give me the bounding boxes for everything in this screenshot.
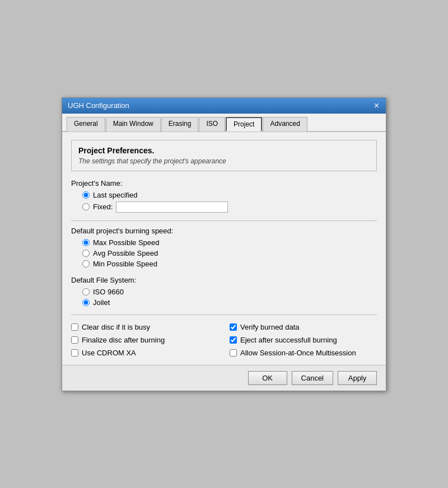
radio-joilet-input[interactable] bbox=[82, 299, 90, 306]
main-window: UGH Configuration × General Main Window … bbox=[62, 97, 386, 391]
radio-fixed-input[interactable] bbox=[82, 203, 90, 210]
checkboxes-area: Clear disc if it is busy Verify burned d… bbox=[71, 323, 377, 357]
checkbox-cdrom-xa-label: Use CDROM XA bbox=[82, 349, 136, 357]
radio-iso9660-input[interactable] bbox=[82, 288, 90, 295]
window-title: UGH Configuration bbox=[68, 101, 129, 110]
tabs-container: General Main Window Erasing ISO Project … bbox=[62, 114, 386, 132]
section-header: Project Preferences. The settings that s… bbox=[71, 140, 377, 171]
checkbox-eject-input[interactable] bbox=[230, 336, 237, 344]
title-bar: UGH Configuration × bbox=[62, 98, 386, 114]
section-title: Project Preferences. bbox=[78, 146, 370, 155]
project-name-label: Project's Name: bbox=[71, 179, 377, 187]
checkbox-session-once: Allow Session-at-Once Multisession bbox=[230, 349, 377, 357]
tab-advanced[interactable]: Advanced bbox=[263, 117, 307, 132]
file-system-group: Default File System: ISO 9660 Joilet bbox=[71, 276, 377, 307]
radio-iso9660-label: ISO 9660 bbox=[93, 288, 124, 296]
divider-1 bbox=[71, 220, 377, 221]
radio-min-speed: Min Possible Speed bbox=[71, 260, 377, 268]
radio-last-specified: Last specified bbox=[71, 191, 377, 199]
radio-max-speed-label: Max Possible Speed bbox=[93, 238, 160, 247]
checkbox-finalize: Finalize disc after burning bbox=[71, 336, 218, 344]
checkbox-session-once-input[interactable] bbox=[230, 349, 237, 356]
checkbox-cdrom-xa: Use CDROM XA bbox=[71, 349, 218, 357]
apply-button[interactable]: Apply bbox=[338, 371, 377, 385]
radio-joilet-label: Joilet bbox=[93, 298, 110, 307]
footer: OK Cancel Apply bbox=[62, 365, 386, 391]
radio-fixed-group: Fixed: bbox=[71, 201, 377, 213]
tab-general[interactable]: General bbox=[67, 117, 105, 132]
content-area: Project Preferences. The settings that s… bbox=[62, 132, 386, 365]
radio-fixed-label: Fixed: bbox=[93, 203, 113, 211]
checkbox-clear-disc-label: Clear disc if it is busy bbox=[82, 323, 150, 331]
checkbox-verify: Verify burned data bbox=[230, 323, 377, 331]
checkbox-verify-label: Verify burned data bbox=[240, 323, 300, 331]
tab-project[interactable]: Project bbox=[226, 117, 262, 132]
radio-min-speed-input[interactable] bbox=[82, 260, 90, 268]
ok-button[interactable]: OK bbox=[248, 371, 287, 385]
checkbox-finalize-label: Finalize disc after burning bbox=[82, 336, 165, 344]
tab-erasing[interactable]: Erasing bbox=[161, 117, 199, 132]
radio-last-specified-label: Last specified bbox=[93, 191, 138, 199]
project-name-group: Project's Name: Last specified Fixed: bbox=[71, 179, 377, 213]
radio-avg-speed-label: Avg Possible Speed bbox=[93, 249, 158, 257]
radio-avg-speed-input[interactable] bbox=[82, 250, 90, 257]
checkbox-finalize-input[interactable] bbox=[71, 336, 78, 344]
radio-max-speed-input[interactable] bbox=[82, 239, 90, 246]
checkbox-clear-disc-input[interactable] bbox=[71, 323, 78, 331]
tab-main-window[interactable]: Main Window bbox=[106, 117, 161, 132]
close-button[interactable]: × bbox=[373, 101, 380, 110]
checkbox-verify-input[interactable] bbox=[230, 323, 237, 331]
radio-last-specified-input[interactable] bbox=[82, 191, 90, 199]
radio-max-speed: Max Possible Speed bbox=[71, 238, 377, 247]
file-system-label: Default File System: bbox=[71, 276, 377, 284]
tab-iso[interactable]: ISO bbox=[199, 117, 225, 132]
cancel-button[interactable]: Cancel bbox=[292, 371, 333, 385]
checkbox-eject: Eject after successfull burning bbox=[230, 336, 377, 344]
checkbox-session-once-label: Allow Session-at-Once Multisession bbox=[240, 349, 356, 357]
section-subtitle: The settings that specify the project's … bbox=[78, 157, 370, 165]
divider-2 bbox=[71, 315, 377, 315]
checkbox-clear-disc: Clear disc if it is busy bbox=[71, 323, 218, 331]
radio-min-speed-label: Min Possible Speed bbox=[93, 260, 157, 268]
burning-speed-label: Default project's burning speed: bbox=[71, 227, 377, 235]
fixed-name-input[interactable] bbox=[116, 201, 228, 213]
burning-speed-group: Default project's burning speed: Max Pos… bbox=[71, 227, 377, 268]
radio-joilet: Joilet bbox=[71, 298, 377, 307]
radio-avg-speed: Avg Possible Speed bbox=[71, 249, 377, 257]
checkbox-eject-label: Eject after successfull burning bbox=[240, 336, 337, 344]
radio-iso9660: ISO 9660 bbox=[71, 288, 377, 296]
checkbox-cdrom-xa-input[interactable] bbox=[71, 349, 78, 356]
